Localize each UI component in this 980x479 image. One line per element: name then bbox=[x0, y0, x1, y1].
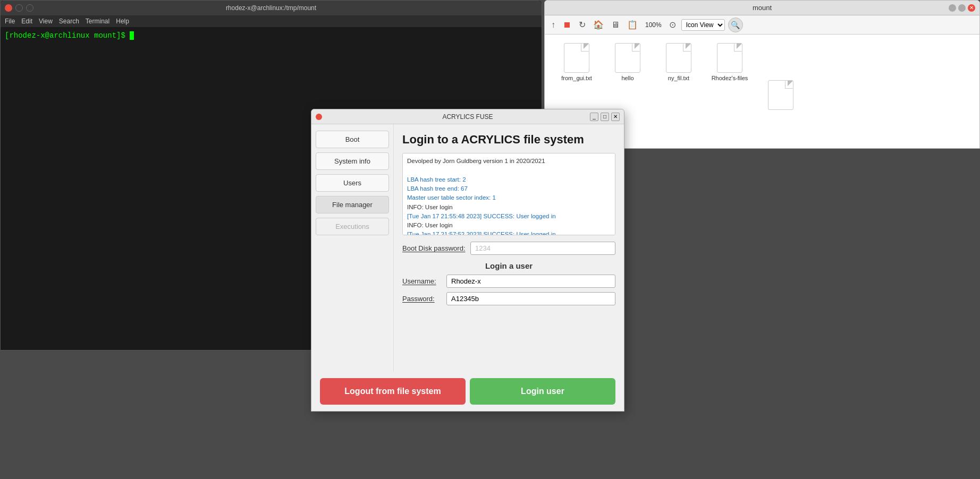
password-row: Password: bbox=[402, 292, 615, 305]
file-name-hello: hello bbox=[621, 75, 633, 81]
terminal-max-button[interactable] bbox=[26, 4, 33, 12]
dialog-controls: _ □ ✕ bbox=[590, 113, 620, 121]
file-name-rhodez: Rhodez's-files bbox=[712, 75, 748, 81]
file-fold-rhodez bbox=[737, 44, 742, 49]
dialog-log-area[interactable]: Devolped by Jorn Guldberg version 1 in 2… bbox=[402, 153, 615, 235]
terminal-controls bbox=[5, 4, 33, 12]
terminal-title: rhodez-x@archlinux:/tmp/mount bbox=[226, 4, 316, 12]
password-label: Password: bbox=[402, 295, 442, 303]
fm-zoom-reset-button[interactable]: ⊙ bbox=[667, 19, 678, 31]
file-fold-empty bbox=[788, 81, 793, 86]
nav-executions-button[interactable]: Executions bbox=[316, 218, 389, 235]
dialog-min-button[interactable]: _ bbox=[590, 113, 598, 121]
terminal-menu-view[interactable]: View bbox=[39, 18, 53, 25]
acrylics-dialog: ACRYLICS FUSE _ □ ✕ Boot System info Use… bbox=[311, 109, 624, 412]
fm-stop-button[interactable]: ⏹ bbox=[561, 19, 573, 31]
dialog-title: ACRYLICS FUSE bbox=[442, 113, 493, 121]
login-section: Login a user Username: Password: bbox=[402, 261, 615, 305]
terminal-min-button[interactable] bbox=[15, 4, 23, 12]
fm-zoom-level: 100% bbox=[645, 21, 662, 29]
log-line-lba-end: LBA hash tree end: 67 bbox=[407, 184, 611, 193]
fm-search-button[interactable]: 🔍 bbox=[728, 18, 743, 32]
log-line-lba-start: LBA hash tree start: 2 bbox=[407, 175, 611, 184]
log-line-success2: [Tue Jan 17 21:57:52 2023] SUCCESS: User… bbox=[407, 230, 611, 235]
file-item-empty[interactable] bbox=[759, 41, 802, 114]
username-row: Username: bbox=[402, 275, 615, 288]
file-fold-from-gui bbox=[584, 44, 589, 49]
boot-disk-password-row: Boot Disk password: bbox=[402, 242, 615, 255]
login-button[interactable]: Login user bbox=[470, 378, 615, 405]
boot-disk-password-label: Boot Disk password: bbox=[402, 244, 466, 252]
terminal-close-button[interactable] bbox=[5, 4, 12, 12]
terminal-menu-edit[interactable]: Edit bbox=[21, 18, 32, 25]
terminal-menu-terminal[interactable]: Terminal bbox=[86, 18, 109, 25]
filemanager-max-button[interactable] bbox=[958, 4, 966, 12]
fm-back-button[interactable]: ↑ bbox=[549, 19, 557, 31]
terminal-titlebar: rhodez-x@archlinux:/tmp/mount bbox=[1, 1, 542, 15]
nav-boot-button[interactable]: Boot bbox=[316, 131, 389, 148]
log-line-master: Master user table sector index: 1 bbox=[407, 193, 611, 202]
fm-refresh-button[interactable]: ↻ bbox=[577, 19, 588, 31]
terminal-menu: File Edit View Search Terminal Help bbox=[1, 15, 542, 27]
dialog-content: Login to a ACRYLICS file system Devolped… bbox=[394, 124, 624, 372]
logout-button[interactable]: Logout from file system bbox=[320, 378, 466, 405]
file-item-hello[interactable]: hello bbox=[606, 41, 649, 114]
dialog-titlebar: ACRYLICS FUSE _ □ ✕ bbox=[311, 109, 624, 124]
password-input[interactable] bbox=[446, 292, 615, 305]
file-icon-empty bbox=[768, 80, 793, 110]
dialog-footer: Logout from file system Login user bbox=[311, 372, 624, 411]
file-fold-ny-fil bbox=[686, 44, 691, 49]
filemanager-title: mount bbox=[753, 4, 772, 12]
boot-disk-password-input[interactable] bbox=[470, 242, 615, 255]
username-input[interactable] bbox=[446, 275, 615, 288]
fm-computer-button[interactable]: 🖥 bbox=[609, 19, 622, 31]
log-line-success1: [Tue Jan 17 21:55:48 2023] SUCCESS: User… bbox=[407, 212, 611, 221]
file-icon-rhodez bbox=[717, 43, 742, 73]
file-fold-hello bbox=[635, 44, 640, 49]
file-icon-ny-fil bbox=[666, 43, 691, 73]
fm-bookmark-button[interactable]: 📋 bbox=[625, 19, 640, 31]
filemanager-controls: ✕ bbox=[949, 4, 975, 12]
terminal-menu-help[interactable]: Help bbox=[116, 18, 129, 25]
nav-system-info-button[interactable]: System info bbox=[316, 152, 389, 170]
terminal-prompt: [rhodez-x@archlinux mount]$ bbox=[5, 31, 130, 40]
file-icon-hello bbox=[615, 43, 640, 73]
file-name-from-gui: from_gui.txt bbox=[561, 75, 592, 81]
file-item-rhodez[interactable]: Rhodez's-files bbox=[708, 41, 751, 114]
file-item-ny-fil[interactable]: ny_fil.txt bbox=[657, 41, 700, 114]
log-line-info1: INFO: User login bbox=[407, 203, 611, 212]
filemanager-titlebar: mount ✕ bbox=[545, 1, 979, 15]
file-item-from-gui[interactable]: from_gui.txt bbox=[555, 41, 598, 114]
filemanager-close-button[interactable]: ✕ bbox=[968, 4, 975, 12]
log-line-info2: INFO: User login bbox=[407, 221, 611, 230]
filemanager-min-button[interactable] bbox=[949, 4, 956, 12]
nav-file-manager-button[interactable]: File manager bbox=[316, 196, 389, 213]
dialog-body: Boot System info Users File manager Exec… bbox=[311, 124, 624, 372]
terminal-menu-file[interactable]: File bbox=[5, 18, 15, 25]
file-name-ny-fil: ny_fil.txt bbox=[668, 75, 689, 81]
dialog-dot bbox=[316, 114, 322, 120]
terminal-menu-search[interactable]: Search bbox=[59, 18, 79, 25]
nav-users-button[interactable]: Users bbox=[316, 174, 389, 192]
fm-view-select[interactable]: Icon View bbox=[681, 19, 725, 31]
fm-home-button[interactable]: 🏠 bbox=[591, 19, 606, 31]
log-line-0: Devolped by Jorn Guldberg version 1 in 2… bbox=[407, 157, 611, 166]
dialog-main-title: Login to a ACRYLICS file system bbox=[402, 133, 615, 147]
login-section-title: Login a user bbox=[485, 261, 533, 270]
file-icon-from-gui bbox=[564, 43, 589, 73]
log-line-blank bbox=[407, 166, 611, 175]
username-label: Username: bbox=[402, 277, 442, 285]
terminal-cursor bbox=[130, 31, 134, 40]
dialog-close-button[interactable]: ✕ bbox=[611, 113, 620, 121]
dialog-max-button[interactable]: □ bbox=[601, 113, 609, 121]
dialog-sidebar: Boot System info Users File manager Exec… bbox=[311, 124, 394, 372]
filemanager-toolbar: ↑ ⏹ ↻ 🏠 🖥 📋 100% ⊙ Icon View 🔍 bbox=[545, 15, 979, 35]
